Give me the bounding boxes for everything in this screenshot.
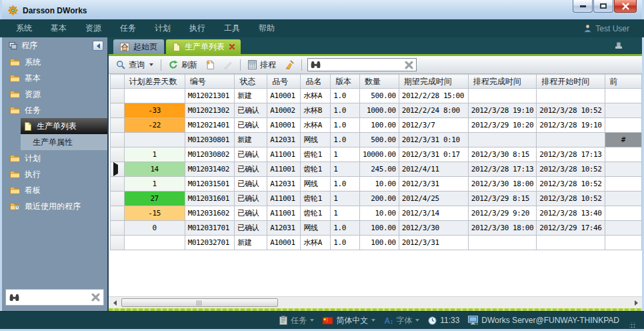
- table-row[interactable]: 1M012030802已确认A11001齿轮1110000.002012/3/3…: [111, 147, 642, 162]
- cell-expect[interactable]: 2012/3/31 0:17: [399, 147, 468, 162]
- cell-qty[interactable]: 500.00: [359, 89, 399, 103]
- cell-num[interactable]: M012021302: [185, 103, 235, 118]
- sidebar-collapse-button[interactable]: [93, 41, 103, 51]
- table-row[interactable]: 27M012031601已确认A11001齿轮11200.002012/4/25…: [111, 192, 642, 206]
- cell-status[interactable]: 已确认: [235, 177, 267, 192]
- cell-num[interactable]: M012030801: [185, 133, 235, 147]
- cell-sched_end[interactable]: 2012/3/28 19:10: [468, 103, 536, 118]
- cell-extra[interactable]: [605, 206, 641, 221]
- table-row[interactable]: M012030801新建A12031网线1.0500.002012/3/31 0…: [111, 133, 642, 147]
- cell-pid[interactable]: A12031: [267, 177, 301, 192]
- cell-sched_end[interactable]: 2012/3/29 9:20: [468, 206, 536, 221]
- column-header-ver[interactable]: 版本: [331, 75, 360, 89]
- cell-expect[interactable]: 2012/2/24 8:00: [399, 103, 468, 118]
- cell-ver[interactable]: 1: [331, 162, 360, 177]
- column-header-pid[interactable]: 品号: [267, 75, 301, 89]
- column-header-diff[interactable]: 计划差异天数: [124, 75, 185, 89]
- cell-diff[interactable]: [124, 133, 185, 147]
- sidebar-item-plan[interactable]: 计划: [2, 150, 107, 166]
- cell-diff[interactable]: 14: [124, 162, 185, 177]
- sidebar-item-system[interactable]: 系统: [2, 54, 107, 70]
- refresh-button[interactable]: 刷新: [165, 57, 201, 73]
- horizontal-scrollbar[interactable]: [109, 296, 642, 308]
- sidebar-item-recent-programs[interactable]: 最近使用的程序: [2, 198, 107, 214]
- cell-pname[interactable]: 齿轮1: [301, 206, 331, 221]
- cell-sched_start[interactable]: 2012/3/28 10:52: [537, 103, 605, 118]
- menu-item-resource[interactable]: 资源: [76, 19, 111, 37]
- row-selector[interactable]: [111, 177, 125, 192]
- row-selector[interactable]: [111, 162, 125, 177]
- cell-extra[interactable]: [605, 103, 641, 118]
- cell-pid[interactable]: A12031: [267, 221, 301, 236]
- maximize-button[interactable]: [593, 0, 613, 13]
- cell-ver[interactable]: 1: [331, 206, 360, 221]
- row-selector[interactable]: [111, 206, 125, 221]
- column-header-extra[interactable]: 前: [605, 75, 641, 89]
- cell-expect[interactable]: 2012/4/11: [399, 162, 468, 177]
- menu-item-tools[interactable]: 工具: [215, 19, 249, 37]
- column-header-qty[interactable]: 数量: [359, 75, 399, 89]
- cell-expect[interactable]: 2012/3/30: [399, 221, 468, 236]
- cell-status[interactable]: 新建: [235, 236, 267, 250]
- cell-sched_start[interactable]: 2012/3/28 10:52: [537, 177, 605, 192]
- cell-sched_start[interactable]: [537, 133, 605, 147]
- scroll-right-button[interactable]: [631, 298, 641, 308]
- scroll-left-button[interactable]: [109, 298, 120, 308]
- cell-extra[interactable]: #: [605, 133, 641, 147]
- status-language[interactable]: 简体中文: [323, 315, 375, 326]
- sidebar-item-task[interactable]: 任务: [2, 102, 107, 118]
- cell-num[interactable]: M012031701: [185, 221, 235, 236]
- cell-expect[interactable]: 2012/2/28 15:00: [399, 89, 468, 103]
- cell-qty[interactable]: 500.00: [359, 133, 399, 147]
- menu-item-basic[interactable]: 基本: [41, 19, 76, 37]
- cell-extra[interactable]: [605, 162, 641, 177]
- cell-ver[interactable]: 1.0: [331, 236, 360, 250]
- cell-sched_end[interactable]: 2012/3/29 8:15: [468, 192, 536, 206]
- cell-pid[interactable]: A11001: [267, 192, 301, 206]
- menu-item-plan[interactable]: 计划: [145, 19, 180, 37]
- chevron-down-icon[interactable]: [371, 319, 375, 322]
- cell-diff[interactable]: -15: [124, 206, 185, 221]
- cell-num[interactable]: M012021301: [185, 89, 235, 103]
- cell-expect[interactable]: 2012/3/31: [399, 236, 468, 250]
- cell-status[interactable]: 新建: [235, 133, 267, 147]
- cell-ver[interactable]: 1.0: [331, 103, 360, 118]
- cell-pid[interactable]: A11001: [267, 147, 301, 162]
- sidebar-item-basic[interactable]: 基本: [2, 70, 107, 86]
- cell-extra[interactable]: [605, 221, 641, 236]
- cell-pname[interactable]: 水杯A: [301, 118, 331, 133]
- column-header-sched_end[interactable]: 排程完成时间: [468, 75, 536, 89]
- cell-expect[interactable]: 2012/4/25: [399, 192, 468, 206]
- cell-sched_start[interactable]: 2012/3/28 10:52: [537, 192, 605, 206]
- table-row[interactable]: -22M012021401已确认A10001水杯A1.0100.002012/3…: [111, 118, 642, 133]
- cell-qty[interactable]: 245.00: [359, 162, 399, 177]
- pin-icon[interactable]: [614, 42, 623, 49]
- edit-button[interactable]: [219, 58, 237, 71]
- minimize-button[interactable]: [573, 0, 593, 13]
- cell-sched_start[interactable]: 2012/3/29 17:46: [537, 221, 605, 236]
- cell-qty[interactable]: 100.00: [359, 221, 399, 236]
- column-header-status[interactable]: 状态: [235, 75, 267, 89]
- row-selector[interactable]: [111, 133, 125, 147]
- cell-sched_start[interactable]: 2012/3/28 13:40: [537, 206, 605, 221]
- cell-status[interactable]: 已确认: [235, 118, 267, 133]
- cell-sched_end[interactable]: 2012/3/29 10:20: [468, 118, 536, 133]
- column-header-expect[interactable]: 期望完成时间: [399, 75, 468, 89]
- row-selector[interactable]: [111, 103, 125, 118]
- user-indicator[interactable]: Test User: [583, 24, 637, 33]
- column-header-selector[interactable]: [111, 75, 125, 89]
- cell-ver[interactable]: 1.0: [331, 221, 360, 236]
- cell-ver[interactable]: 1.0: [331, 118, 360, 133]
- sidebar-item-resource[interactable]: 资源: [2, 86, 107, 102]
- cell-extra[interactable]: [605, 236, 641, 250]
- cell-diff[interactable]: 1: [124, 177, 185, 192]
- cell-diff[interactable]: -22: [124, 118, 185, 133]
- cell-ver[interactable]: 1: [331, 147, 360, 162]
- query-button[interactable]: 查询: [112, 57, 157, 73]
- cell-status[interactable]: 已确认: [235, 192, 267, 206]
- sidebar-item-production-order-props[interactable]: 生产单属性: [21, 134, 107, 150]
- cell-sched_start[interactable]: 2012/3/28 10:52: [537, 162, 605, 177]
- cell-extra[interactable]: [605, 89, 641, 103]
- column-header-sched_start[interactable]: 排程开始时间: [537, 75, 605, 89]
- cell-ver[interactable]: 1: [331, 192, 360, 206]
